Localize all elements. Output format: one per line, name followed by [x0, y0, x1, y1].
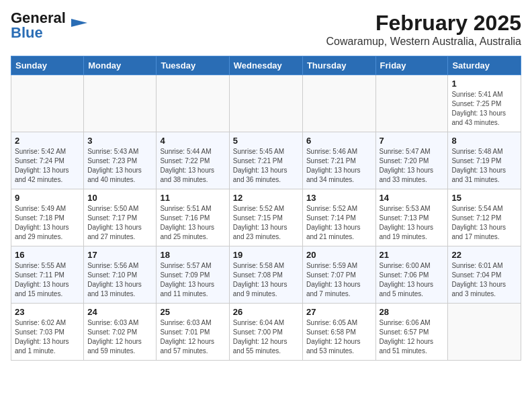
- calendar-cell: 27Sunrise: 6:05 AM Sunset: 6:58 PM Dayli…: [302, 304, 375, 361]
- calendar-week-row: 2Sunrise: 5:42 AM Sunset: 7:24 PM Daylig…: [11, 132, 521, 189]
- calendar-cell: 4Sunrise: 5:44 AM Sunset: 7:22 PM Daylig…: [157, 132, 229, 189]
- calendar-cell: 21Sunrise: 6:00 AM Sunset: 7:06 PM Dayli…: [375, 246, 448, 304]
- calendar-week-row: 9Sunrise: 5:49 AM Sunset: 7:18 PM Daylig…: [11, 189, 521, 246]
- day-number: 14: [380, 193, 445, 203]
- day-number: 24: [87, 307, 152, 317]
- day-info: Sunrise: 5:53 AM Sunset: 7:13 PM Dayligh…: [380, 204, 445, 242]
- page-title: February 2025: [326, 11, 522, 36]
- day-info: Sunrise: 5:57 AM Sunset: 7:09 PM Dayligh…: [160, 261, 225, 299]
- calendar-cell: 14Sunrise: 5:53 AM Sunset: 7:13 PM Dayli…: [375, 189, 448, 246]
- day-number: 5: [233, 136, 299, 146]
- day-number: 25: [160, 307, 225, 317]
- calendar-cell: 19Sunrise: 5:58 AM Sunset: 7:08 PM Dayli…: [229, 246, 302, 304]
- svg-marker-0: [71, 19, 87, 27]
- weekday-header: Friday: [375, 56, 448, 75]
- day-info: Sunrise: 5:44 AM Sunset: 7:22 PM Dayligh…: [160, 147, 225, 185]
- calendar-table: SundayMondayTuesdayWednesdayThursdayFrid…: [11, 56, 521, 361]
- calendar-cell: [448, 304, 521, 361]
- day-info: Sunrise: 6:01 AM Sunset: 7:04 PM Dayligh…: [451, 261, 517, 299]
- weekday-header: Thursday: [302, 56, 375, 75]
- calendar-cell: 12Sunrise: 5:52 AM Sunset: 7:15 PM Dayli…: [229, 189, 302, 246]
- day-info: Sunrise: 6:05 AM Sunset: 6:58 PM Dayligh…: [306, 318, 372, 356]
- day-number: 20: [306, 250, 372, 260]
- calendar-cell: 9Sunrise: 5:49 AM Sunset: 7:18 PM Daylig…: [11, 189, 84, 246]
- day-info: Sunrise: 5:55 AM Sunset: 7:11 PM Dayligh…: [15, 261, 80, 299]
- day-number: 10: [87, 193, 152, 203]
- day-info: Sunrise: 6:06 AM Sunset: 6:57 PM Dayligh…: [380, 318, 445, 356]
- day-number: 26: [233, 307, 299, 317]
- day-info: Sunrise: 6:00 AM Sunset: 7:06 PM Dayligh…: [380, 261, 445, 299]
- day-info: Sunrise: 5:42 AM Sunset: 7:24 PM Dayligh…: [15, 147, 80, 185]
- calendar-cell: 20Sunrise: 5:59 AM Sunset: 7:07 PM Dayli…: [302, 246, 375, 304]
- title-block: February 2025 Cowaramup, Western Austral…: [326, 11, 522, 48]
- day-info: Sunrise: 5:46 AM Sunset: 7:21 PM Dayligh…: [306, 147, 372, 185]
- day-number: 15: [451, 193, 517, 203]
- day-number: 18: [160, 250, 225, 260]
- day-number: 21: [380, 250, 445, 260]
- day-info: Sunrise: 6:03 AM Sunset: 7:02 PM Dayligh…: [87, 318, 152, 356]
- calendar-cell: [375, 75, 448, 132]
- day-info: Sunrise: 5:50 AM Sunset: 7:17 PM Dayligh…: [87, 204, 152, 242]
- day-number: 2: [15, 136, 80, 146]
- calendar-cell: 10Sunrise: 5:50 AM Sunset: 7:17 PM Dayli…: [84, 189, 157, 246]
- day-number: 12: [233, 193, 299, 203]
- calendar-cell: 25Sunrise: 6:03 AM Sunset: 7:01 PM Dayli…: [157, 304, 229, 361]
- day-info: Sunrise: 5:58 AM Sunset: 7:08 PM Dayligh…: [233, 261, 299, 299]
- calendar-cell: [11, 75, 84, 132]
- day-number: 22: [451, 250, 517, 260]
- day-number: 3: [87, 136, 152, 146]
- calendar-week-row: 1Sunrise: 5:41 AM Sunset: 7:25 PM Daylig…: [11, 75, 521, 132]
- day-number: 6: [306, 136, 372, 146]
- weekday-header: Tuesday: [157, 56, 229, 75]
- day-info: Sunrise: 5:49 AM Sunset: 7:18 PM Dayligh…: [15, 204, 80, 242]
- day-info: Sunrise: 5:51 AM Sunset: 7:16 PM Dayligh…: [160, 204, 225, 242]
- day-info: Sunrise: 5:59 AM Sunset: 7:07 PM Dayligh…: [306, 261, 372, 299]
- calendar-cell: 5Sunrise: 5:45 AM Sunset: 7:21 PM Daylig…: [229, 132, 302, 189]
- day-info: Sunrise: 6:03 AM Sunset: 7:01 PM Dayligh…: [160, 318, 225, 356]
- page-subtitle: Cowaramup, Western Australia, Australia: [326, 36, 522, 48]
- day-number: 11: [160, 193, 225, 203]
- calendar-cell: [302, 75, 375, 132]
- calendar-cell: 3Sunrise: 5:43 AM Sunset: 7:23 PM Daylig…: [84, 132, 157, 189]
- day-number: 23: [15, 307, 80, 317]
- day-info: Sunrise: 5:45 AM Sunset: 7:21 PM Dayligh…: [233, 147, 299, 185]
- day-info: Sunrise: 5:56 AM Sunset: 7:10 PM Dayligh…: [87, 261, 152, 299]
- calendar-cell: 15Sunrise: 5:54 AM Sunset: 7:12 PM Dayli…: [448, 189, 521, 246]
- logo: General Blue: [11, 11, 87, 40]
- calendar-cell: 6Sunrise: 5:46 AM Sunset: 7:21 PM Daylig…: [302, 132, 375, 189]
- calendar-cell: 28Sunrise: 6:06 AM Sunset: 6:57 PM Dayli…: [375, 304, 448, 361]
- calendar-cell: 13Sunrise: 5:52 AM Sunset: 7:14 PM Dayli…: [302, 189, 375, 246]
- calendar-header-row: SundayMondayTuesdayWednesdayThursdayFrid…: [11, 56, 521, 75]
- day-info: Sunrise: 5:54 AM Sunset: 7:12 PM Dayligh…: [451, 204, 517, 242]
- calendar-week-row: 23Sunrise: 6:02 AM Sunset: 7:03 PM Dayli…: [11, 304, 521, 361]
- day-number: 27: [306, 307, 372, 317]
- day-number: 17: [87, 250, 152, 260]
- day-info: Sunrise: 5:41 AM Sunset: 7:25 PM Dayligh…: [451, 90, 517, 128]
- page-header: General Blue February 2025 Cowaramup, We…: [11, 11, 521, 48]
- calendar-cell: [84, 75, 157, 132]
- day-number: 9: [15, 193, 80, 203]
- day-info: Sunrise: 5:43 AM Sunset: 7:23 PM Dayligh…: [87, 147, 152, 185]
- calendar-cell: [157, 75, 229, 132]
- calendar-cell: 1Sunrise: 5:41 AM Sunset: 7:25 PM Daylig…: [448, 75, 521, 132]
- day-number: 8: [451, 136, 517, 146]
- day-info: Sunrise: 5:52 AM Sunset: 7:15 PM Dayligh…: [233, 204, 299, 242]
- logo-arrow-icon: [69, 13, 87, 32]
- day-number: 28: [380, 307, 445, 317]
- calendar-cell: 22Sunrise: 6:01 AM Sunset: 7:04 PM Dayli…: [448, 246, 521, 304]
- day-number: 19: [233, 250, 299, 260]
- calendar-cell: [229, 75, 302, 132]
- day-number: 4: [160, 136, 225, 146]
- calendar-cell: 16Sunrise: 5:55 AM Sunset: 7:11 PM Dayli…: [11, 246, 84, 304]
- weekday-header: Wednesday: [229, 56, 302, 75]
- calendar-cell: 24Sunrise: 6:03 AM Sunset: 7:02 PM Dayli…: [84, 304, 157, 361]
- calendar-cell: 8Sunrise: 5:48 AM Sunset: 7:19 PM Daylig…: [448, 132, 521, 189]
- calendar-cell: 26Sunrise: 6:04 AM Sunset: 7:00 PM Dayli…: [229, 304, 302, 361]
- weekday-header: Sunday: [11, 56, 84, 75]
- logo-blue: Blue: [11, 24, 43, 41]
- calendar-cell: 17Sunrise: 5:56 AM Sunset: 7:10 PM Dayli…: [84, 246, 157, 304]
- day-info: Sunrise: 6:04 AM Sunset: 7:00 PM Dayligh…: [233, 318, 299, 356]
- weekday-header: Saturday: [448, 56, 521, 75]
- day-number: 7: [380, 136, 445, 146]
- day-info: Sunrise: 5:52 AM Sunset: 7:14 PM Dayligh…: [306, 204, 372, 242]
